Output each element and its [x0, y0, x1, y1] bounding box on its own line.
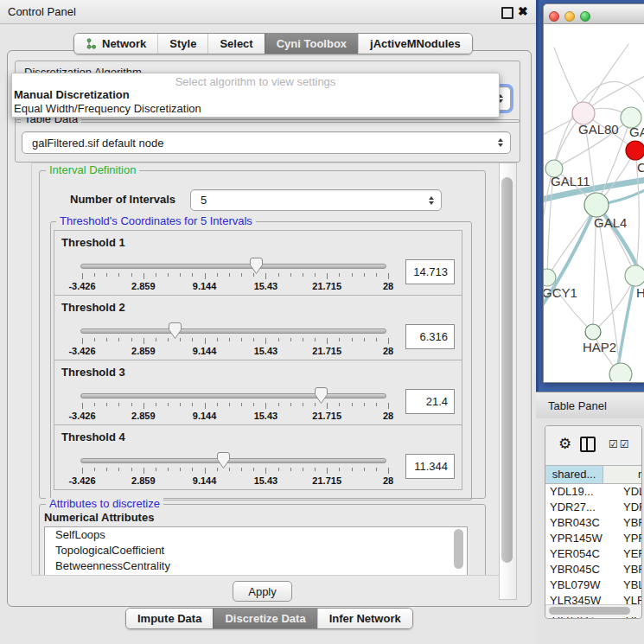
table-cell-name[interactable]: YDL19...	[607, 484, 642, 500]
network-node[interactable]	[625, 265, 644, 286]
panel-scrollbar-thumb[interactable]	[501, 177, 513, 563]
table-cell-name[interactable]: YBL079W	[607, 577, 642, 593]
select-columns-checkboxes-icon[interactable]: ☑☑	[609, 438, 631, 450]
slider-thumb[interactable]	[250, 258, 263, 274]
threshold-value[interactable]: 6.316	[405, 324, 455, 349]
slider-tick	[376, 338, 377, 341]
network-node[interactable]	[585, 324, 601, 340]
tab-cyni-toolbox[interactable]: Cyni Toolbox	[265, 34, 358, 54]
table-cell-name[interactable]: YPR145W	[607, 531, 642, 546]
column-header-name[interactable]: n...	[603, 466, 642, 483]
attribute-item[interactable]: SelfLoops	[45, 527, 467, 543]
threshold-value[interactable]: 11.344	[405, 454, 455, 479]
slider-tick	[106, 338, 107, 341]
float-window-icon[interactable]	[501, 7, 513, 19]
minimize-traffic-light[interactable]	[564, 11, 575, 22]
numerical-attributes-label: Numerical Attributes	[44, 511, 154, 524]
slider-thumb[interactable]	[169, 322, 182, 339]
apply-button[interactable]: Apply	[233, 581, 292, 602]
slider-tick	[241, 403, 242, 406]
gear-icon[interactable]: ⚙	[558, 435, 571, 453]
slider-tick	[278, 403, 279, 406]
network-window-titlebar[interactable]	[544, 4, 644, 24]
tab-style[interactable]: Style	[157, 34, 207, 54]
table-cell-name[interactable]: YBR043C	[607, 515, 642, 531]
network-node-label: GAL11	[551, 174, 590, 188]
slider-thumb[interactable]	[315, 387, 328, 404]
table-cell-shared-name[interactable]: YBL079W	[545, 577, 607, 593]
threshold-row: Threshold 4-3.4262.8599.14415.4321.71528…	[54, 424, 462, 490]
panel-scrollbar-track[interactable]	[499, 163, 517, 600]
tab-select[interactable]: Select	[207, 34, 264, 54]
table-row[interactable]: YER054CYER054C	[545, 546, 642, 562]
network-canvas[interactable]: GAL80GAGAL11CGAL4GCY1HHAP2	[544, 23, 644, 381]
close-icon[interactable]: ✖	[518, 4, 528, 18]
slider-tick	[217, 338, 218, 341]
table-row[interactable]: YPR145WYPR145W	[545, 531, 642, 546]
threshold-label: Threshold 1	[61, 236, 125, 249]
tab-jactivemnodules-label: jActiveMNodules	[370, 36, 461, 51]
table-hscrollbar-thumb[interactable]	[549, 607, 630, 615]
table-data-combo[interactable]: galFiltered.sif default node	[22, 131, 511, 154]
zoom-traffic-light[interactable]	[580, 11, 590, 22]
threshold-value[interactable]: 14.713	[405, 259, 455, 284]
slider-thumb[interactable]	[217, 452, 230, 469]
num-intervals-combo[interactable]: 5	[190, 189, 442, 211]
table-row[interactable]: YDL19...YDL19...	[545, 484, 642, 500]
threshold-value[interactable]: 21.4	[405, 389, 455, 414]
network-node[interactable]	[584, 193, 609, 217]
slider-tick	[192, 468, 193, 471]
numerical-attributes-list[interactable]: SelfLoopsTopologicalCoefficientBetweenne…	[44, 526, 468, 576]
slider-tick	[303, 403, 303, 406]
table-panel-titlebar: Table Panel	[536, 392, 644, 419]
slider-tick	[315, 468, 316, 471]
algorithm-popup-item-manual[interactable]: Manual Discretization	[14, 88, 130, 101]
list-scrollbar-thumb[interactable]	[454, 529, 463, 569]
tab-jactivemnodules[interactable]: jActiveMNodules	[358, 34, 472, 54]
tab-impute-data[interactable]: Impute Data	[126, 609, 213, 628]
slider-tick	[290, 468, 291, 471]
slider-tick	[205, 273, 206, 279]
slider-tick	[168, 403, 169, 406]
table-row[interactable]: YBL079WYBL079W	[545, 577, 642, 593]
attribute-item[interactable]: BetweennessCentrality	[45, 558, 467, 574]
table-cell-name[interactable]: YDR27...	[607, 500, 642, 515]
thresholds-group-title: Threshold's Coordinates for 5 Intervals	[56, 215, 256, 227]
network-node[interactable]	[626, 141, 644, 160]
slider-track[interactable]	[80, 393, 386, 399]
column-header-shared-name[interactable]: shared...	[545, 466, 603, 483]
table-cell-shared-name[interactable]: YBR045C	[545, 562, 607, 577]
slider-tick	[118, 338, 119, 341]
slider-tick	[229, 338, 230, 341]
algorithm-popup-item-equal-width[interactable]: Equal Width/Frequency Discretization	[14, 102, 201, 115]
network-node[interactable]	[609, 363, 632, 381]
attribute-item[interactable]: TopologicalCoefficient	[45, 543, 467, 558]
table-hscrollbar-track[interactable]	[545, 604, 641, 617]
slider-tick	[205, 338, 206, 344]
tab-infer-network[interactable]: Infer Network	[317, 609, 412, 628]
close-traffic-light[interactable]	[549, 11, 559, 22]
table-cell-shared-name[interactable]: YPR145W	[545, 531, 607, 546]
table-cell-name[interactable]: YBR045C	[607, 562, 642, 577]
table-row[interactable]: YBR045CYBR045C	[545, 562, 642, 577]
slider-tick-label: -3.426	[68, 475, 95, 486]
tab-discretize-data[interactable]: Discretize Data	[213, 609, 316, 628]
table-row[interactable]: YDR27...YDR27...	[545, 500, 642, 515]
table-cell-shared-name[interactable]: YER054C	[545, 546, 607, 562]
slider-tick-label: 9.144	[193, 281, 217, 291]
slider-track[interactable]	[80, 328, 386, 334]
slider-track[interactable]	[80, 458, 386, 463]
slider-tick	[217, 403, 218, 406]
columns-icon[interactable]	[580, 437, 596, 452]
table-cell-shared-name[interactable]: YDL19...	[545, 484, 607, 500]
table-cell-name[interactable]: YER054C	[607, 546, 642, 562]
top-tab-bar: Network Style Select Cyni Toolbox jActiv…	[73, 33, 473, 54]
slider-track[interactable]	[80, 264, 386, 269]
slider-tick-label: 21.715	[312, 475, 341, 486]
table-cell-shared-name[interactable]: YBR043C	[545, 515, 607, 531]
table-cell-shared-name[interactable]: YDR27...	[545, 500, 607, 515]
network-node[interactable]	[544, 269, 556, 286]
slider-tick	[143, 338, 144, 344]
tab-network[interactable]: Network	[74, 34, 157, 54]
table-row[interactable]: YBR043CYBR043C	[545, 515, 642, 531]
